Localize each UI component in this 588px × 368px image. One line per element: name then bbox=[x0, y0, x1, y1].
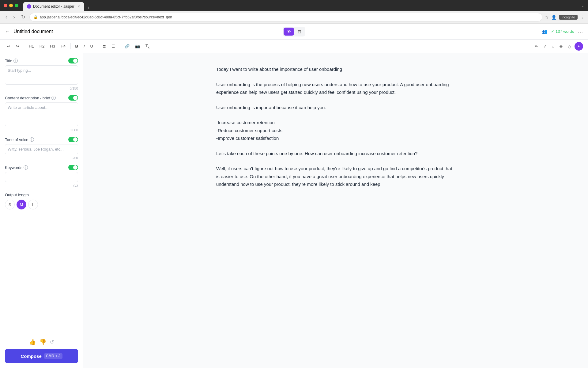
minimize-window-btn[interactable] bbox=[9, 4, 13, 7]
size-s-btn[interactable]: S bbox=[5, 200, 15, 209]
size-l-btn[interactable]: L bbox=[28, 200, 38, 209]
title-char-count: 0/150 bbox=[5, 86, 78, 90]
back-nav-btn[interactable]: ‹ bbox=[4, 13, 9, 21]
browser-chrome: Document editor - Jasper ✕ + ⌄ bbox=[0, 0, 588, 11]
incognito-badge: Incognito bbox=[559, 15, 578, 20]
content-label-row: Content description / brief i bbox=[5, 95, 78, 101]
ai-tool-3[interactable]: ○ bbox=[550, 42, 556, 50]
title-input[interactable] bbox=[5, 65, 78, 85]
thumbs-down-btn[interactable]: 👎 bbox=[40, 339, 46, 345]
content-description-field-group: Content description / brief i 0/600 bbox=[5, 95, 78, 132]
active-tab[interactable]: Document editor - Jasper ✕ bbox=[23, 2, 84, 11]
new-tab-btn[interactable]: + bbox=[85, 5, 92, 11]
tab-title: Document editor - Jasper bbox=[33, 4, 74, 9]
lock-icon: 🔒 bbox=[33, 15, 38, 19]
ai-tool-1[interactable]: ✏ bbox=[533, 42, 540, 50]
toolbar-divider-1 bbox=[24, 43, 24, 49]
bold-btn[interactable]: B bbox=[73, 42, 80, 50]
h4-btn[interactable]: H4 bbox=[58, 42, 68, 50]
save-check-icon: ✓ bbox=[551, 29, 554, 34]
title-toggle[interactable] bbox=[68, 58, 78, 63]
split-tab-btn[interactable]: ⊟ bbox=[295, 28, 304, 36]
title-label: Title i bbox=[5, 59, 18, 63]
tone-char-count: 0/60 bbox=[5, 156, 78, 160]
tone-toggle[interactable] bbox=[68, 137, 78, 142]
title-field-group: Title i 0/150 bbox=[5, 58, 78, 90]
preview-tab-btn[interactable]: 👁 bbox=[284, 28, 294, 36]
ordered-list-btn[interactable]: ≣ bbox=[100, 42, 108, 50]
title-info-icon[interactable]: i bbox=[13, 59, 18, 63]
address-bar[interactable]: 🔒 app.jasper.ai/docs/edit/ec42d8ad-5d6c-… bbox=[29, 13, 543, 21]
keywords-label: Keywords i bbox=[5, 165, 28, 170]
size-buttons: S M L bbox=[5, 200, 78, 209]
keywords-info-icon[interactable]: i bbox=[24, 165, 28, 170]
word-count: 137 words bbox=[556, 29, 574, 34]
thumbs-up-btn[interactable]: 👍 bbox=[29, 339, 36, 345]
toolbar-divider-2 bbox=[70, 43, 71, 49]
address-bar-row: ‹ › ↻ 🔒 app.jasper.ai/docs/edit/ec42d8ad… bbox=[0, 11, 588, 24]
compose-label: Compose bbox=[21, 354, 41, 359]
document-content[interactable]: Today I want to write about the importan… bbox=[216, 65, 455, 356]
content-info-icon[interactable]: i bbox=[51, 96, 56, 100]
app-header: ← Untitled document 👁 ⊟ 👥 ✓ 137 words … bbox=[0, 24, 588, 40]
back-to-docs-btn[interactable]: ← bbox=[5, 29, 10, 34]
left-sidebar: Title i 0/150 Content description / brie… bbox=[0, 53, 83, 368]
close-window-btn[interactable] bbox=[4, 4, 7, 7]
content-description-input[interactable] bbox=[5, 102, 78, 126]
compose-shortcut: CMD + J bbox=[44, 353, 62, 359]
browser-tabs: Document editor - Jasper ✕ + bbox=[23, 0, 92, 11]
h2-btn[interactable]: H2 bbox=[37, 42, 47, 50]
italic-btn[interactable]: I bbox=[81, 42, 87, 50]
tone-label-row: Tone of voice i bbox=[5, 137, 78, 142]
ai-icon[interactable]: ✦ bbox=[575, 42, 583, 51]
tab-close-btn[interactable]: ✕ bbox=[77, 5, 80, 9]
underline-btn[interactable]: U bbox=[88, 42, 95, 50]
h3-btn[interactable]: H3 bbox=[48, 42, 57, 50]
menu-icon[interactable]: ⋮ bbox=[580, 15, 584, 20]
doc-paragraph-6: Well, if users can't figure out how to u… bbox=[216, 165, 455, 188]
more-options-btn[interactable]: … bbox=[578, 28, 583, 35]
browser-actions: ☆ 👤 Incognito ⋮ bbox=[545, 15, 584, 20]
image-btn[interactable]: 📷 bbox=[133, 42, 142, 50]
formatting-toolbar: ↩ ↪ H1 H2 H3 H4 B I U ≣ ☰ 🔗 📷 Tx ✏ ✓ ○ ⊕… bbox=[0, 40, 588, 53]
document-title[interactable]: Untitled document bbox=[13, 29, 53, 34]
toolbar-divider-3 bbox=[98, 43, 98, 49]
bookmark-icon[interactable]: ☆ bbox=[545, 15, 549, 20]
tone-info-icon[interactable]: i bbox=[30, 137, 34, 142]
refresh-btn[interactable]: ↺ bbox=[50, 339, 54, 345]
ai-tool-5[interactable]: ◇ bbox=[566, 42, 573, 50]
main-layout: Title i 0/150 Content description / brie… bbox=[0, 53, 588, 368]
collaborators-icon[interactable]: 👥 bbox=[542, 29, 547, 34]
ai-tool-2[interactable]: ✓ bbox=[542, 42, 548, 50]
keywords-field-group: Keywords i 0/3 bbox=[5, 165, 78, 188]
window-controls bbox=[4, 4, 18, 7]
keywords-label-row: Keywords i bbox=[5, 165, 78, 170]
account-icon[interactable]: 👤 bbox=[551, 15, 556, 20]
compose-btn[interactable]: Compose CMD + J bbox=[5, 349, 78, 363]
forward-nav-btn[interactable]: › bbox=[11, 13, 17, 21]
doc-paragraph-2: User onboarding is the process of helpin… bbox=[216, 81, 455, 96]
feedback-row: 👍 👎 ↺ bbox=[5, 339, 78, 345]
keywords-input[interactable] bbox=[5, 172, 78, 182]
ai-tool-4[interactable]: ⊕ bbox=[558, 42, 564, 50]
size-m-btn[interactable]: M bbox=[17, 200, 26, 209]
clear-format-btn[interactable]: Tx bbox=[143, 42, 152, 51]
keywords-char-count: 0/3 bbox=[5, 184, 78, 188]
output-length-group: Output length S M L bbox=[5, 193, 78, 209]
tone-field-group: Tone of voice i 0/60 bbox=[5, 137, 78, 160]
tone-input[interactable] bbox=[5, 144, 78, 154]
maximize-window-btn[interactable] bbox=[15, 4, 18, 7]
reload-btn[interactable]: ↻ bbox=[19, 13, 27, 21]
content-char-count: 0/600 bbox=[5, 128, 78, 132]
sidebar-footer: 👍 👎 ↺ Compose CMD + J bbox=[5, 339, 78, 363]
link-btn[interactable]: 🔗 bbox=[123, 42, 132, 50]
h1-btn[interactable]: H1 bbox=[27, 42, 36, 50]
keywords-toggle[interactable] bbox=[68, 165, 78, 170]
document-area[interactable]: Today I want to write about the importan… bbox=[83, 53, 588, 368]
redo-btn[interactable]: ↪ bbox=[14, 42, 21, 50]
unordered-list-btn[interactable]: ☰ bbox=[109, 42, 117, 50]
content-toggle[interactable] bbox=[68, 95, 78, 101]
toolbar-right: ✏ ✓ ○ ⊕ ◇ ✦ bbox=[533, 42, 583, 51]
undo-btn[interactable]: ↩ bbox=[5, 42, 13, 50]
doc-paragraph-1: Today I want to write about the importan… bbox=[216, 65, 455, 73]
